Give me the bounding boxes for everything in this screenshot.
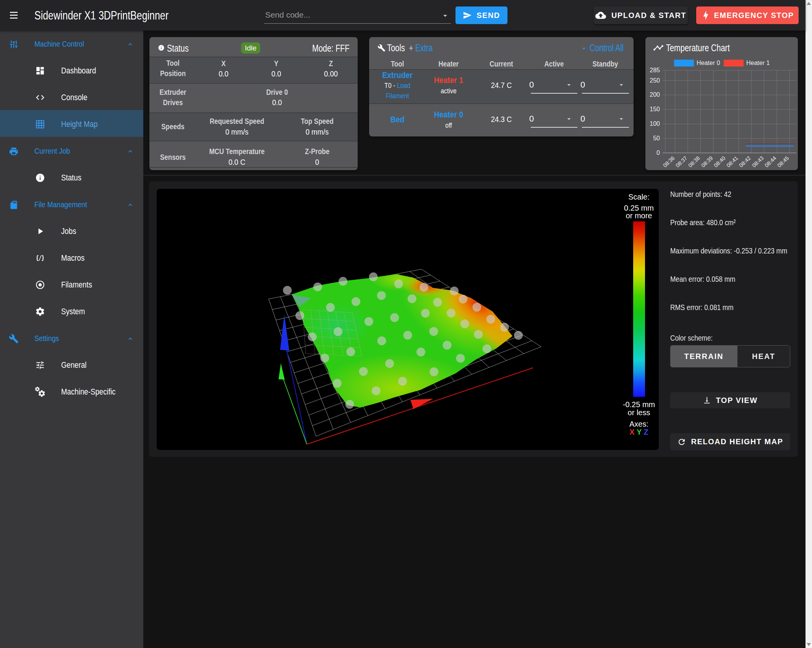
svg-text:or less: or less (628, 408, 650, 417)
svg-text:X Y Z: X Y Z (629, 428, 648, 436)
svg-text:-0.25 mm: -0.25 mm (623, 400, 655, 409)
svg-text:or more: or more (626, 211, 652, 220)
svg-text:Axes:: Axes: (629, 420, 648, 428)
svg-text:Scale:: Scale: (628, 193, 650, 201)
svg-text:0.25 mm: 0.25 mm (624, 204, 654, 212)
